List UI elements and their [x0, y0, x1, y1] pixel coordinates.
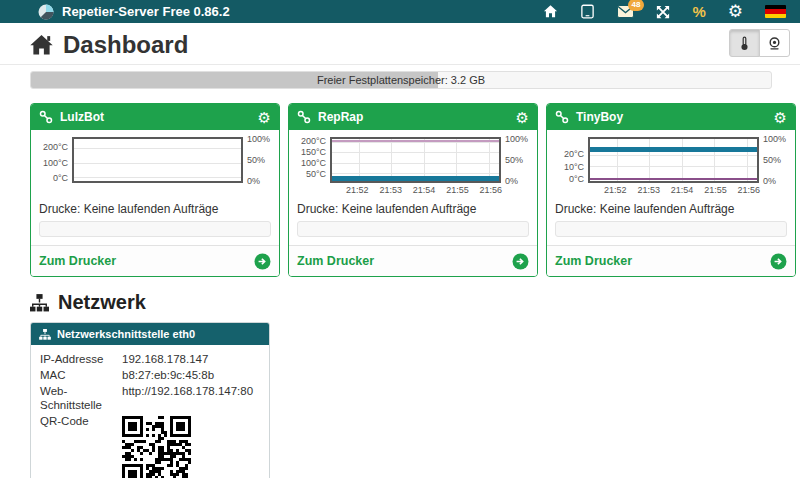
network-card-header: Netzwerkschnittstelle eth0 [31, 323, 269, 345]
disk-space-label: Freier Festplattenspeicher: 3.2 GB [31, 72, 771, 88]
page-title: Dashboard [30, 31, 188, 59]
print-progress-bar [39, 221, 271, 237]
go-to-printer-arrow-icon[interactable] [512, 253, 529, 270]
network-interface-card: Netzwerkschnittstelle eth0 IP-Addresse 1… [30, 322, 270, 478]
navbar-actions: 48 % ⚙ [543, 3, 788, 20]
printer-name: RepRap [318, 110, 509, 124]
printer-card-header: LulzBot ⚙ [31, 104, 279, 130]
printer-card-footer: Zum Drucker [31, 245, 279, 276]
printer-card-footer: Zum Drucker [289, 245, 537, 276]
network-row-ip: IP-Addresse 192.168.178.147 [40, 352, 260, 366]
printer-status-text: Drucke: Keine laufenden Aufträge [555, 202, 787, 216]
printer-card-lulzbot: LulzBot ⚙ 200°C100°C0°C100%50%0% Drucke:… [30, 103, 280, 277]
printer-card-reprap: RepRap ⚙ 200°C150°C100°C50°C100%50%0% 21… [288, 103, 538, 277]
repetier-logo-icon [38, 4, 54, 20]
mac-address-value: b8:27:eb:9c:45:8b [122, 368, 260, 382]
printer-name: TinyBoy [576, 110, 767, 124]
app-brand[interactable]: Repetier-Server Free 0.86.2 [38, 4, 230, 20]
web-interface-link[interactable]: http://192.168.178.147:80 [122, 384, 260, 412]
zum-drucker-link[interactable]: Zum Drucker [555, 254, 770, 268]
network-card-title: Netzwerkschnittstelle eth0 [57, 328, 195, 340]
go-to-printer-arrow-icon[interactable] [254, 253, 271, 270]
zum-drucker-link[interactable]: Zum Drucker [39, 254, 254, 268]
mail-icon[interactable]: 48 [617, 5, 634, 18]
home-icon[interactable] [543, 4, 558, 19]
printer-status-text: Drucke: Keine laufenden Aufträge [297, 202, 529, 216]
print-progress-bar [297, 221, 529, 237]
tablet-icon[interactable] [580, 4, 595, 19]
temperature-chart: 200°C100°C0°C100%50%0% [39, 137, 271, 196]
zum-drucker-link[interactable]: Zum Drucker [297, 254, 512, 268]
sitemap-icon [39, 329, 51, 340]
qr-code-image [122, 416, 191, 478]
app-title: Repetier-Server Free 0.86.2 [62, 4, 230, 19]
go-to-printer-arrow-icon[interactable] [770, 253, 787, 270]
sitemap-icon [30, 294, 49, 312]
printer-card-header: RepRap ⚙ [289, 104, 537, 130]
page-header: Dashboard [0, 23, 800, 65]
webcam-toggle[interactable] [759, 29, 790, 57]
home-icon [30, 35, 53, 56]
network-row-qr: QR-Code [40, 414, 260, 478]
printer-status-text: Drucke: Keine laufenden Aufträge [39, 202, 271, 216]
printer-settings-gear-icon[interactable]: ⚙ [258, 110, 271, 125]
network-section-heading: Netzwerk [30, 291, 146, 314]
printer-settings-gear-icon[interactable]: ⚙ [774, 110, 787, 125]
fullscreen-icon[interactable] [656, 5, 670, 19]
network-row-web: Web-Schnittstelle http://192.168.178.147… [40, 384, 260, 412]
free-disk-space-bar: Freier Festplattenspeicher: 3.2 GB [30, 71, 772, 89]
printer-card-header: TinyBoy ⚙ [547, 104, 795, 130]
link-icon [39, 110, 53, 124]
percent-icon[interactable]: % [692, 4, 705, 19]
settings-gear-icon[interactable]: ⚙ [728, 3, 743, 20]
network-row-mac: MAC b8:27:eb:9c:45:8b [40, 368, 260, 382]
printer-settings-gear-icon[interactable]: ⚙ [516, 110, 529, 125]
dashboard-view-toggles [729, 29, 790, 57]
ip-address-value: 192.168.178.147 [122, 352, 260, 366]
temperature-chart: 20°C10°C0°C100%50%0% 21:5221:5321:5421:5… [555, 137, 787, 196]
german-flag-icon[interactable] [765, 5, 786, 18]
temperature-chart: 200°C150°C100°C50°C100%50%0% 21:5221:532… [297, 137, 529, 196]
mail-count-badge: 48 [628, 0, 645, 11]
printer-card-footer: Zum Drucker [547, 245, 795, 276]
thermometer-toggle[interactable] [729, 29, 760, 57]
percent-symbol: % [692, 4, 705, 19]
printer-card-tinyboy: TinyBoy ⚙ 20°C10°C0°C100%50%0% 21:5221:5… [546, 103, 796, 277]
print-progress-bar [555, 221, 787, 237]
printer-name: LulzBot [60, 110, 251, 124]
link-icon [297, 110, 311, 124]
top-navbar: Repetier-Server Free 0.86.2 48 % ⚙ [0, 0, 800, 23]
link-icon [555, 110, 569, 124]
